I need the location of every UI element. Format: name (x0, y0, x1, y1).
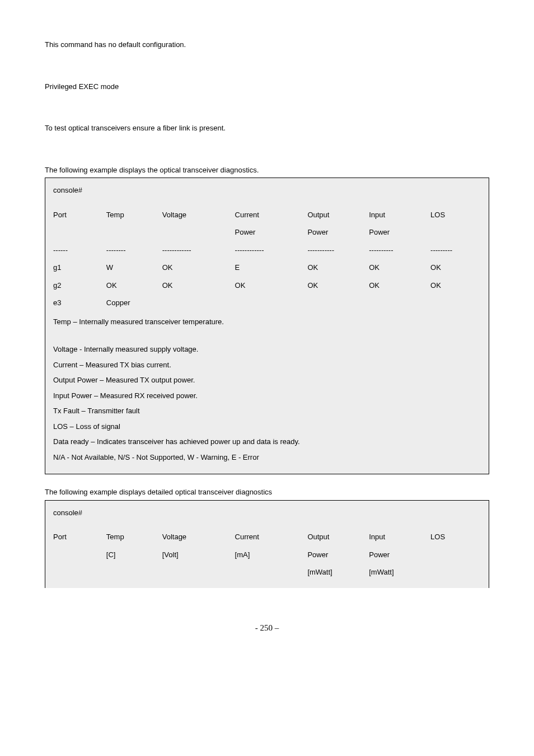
table-row: g1 W OK E OK OK OK (53, 259, 481, 277)
header-los: LOS (430, 528, 481, 546)
table-header-row: Port Temp Voltage Current Output Input L… (53, 206, 481, 224)
header-output-power: Power (307, 546, 369, 564)
command-mode-text: Privileged EXEC mode (45, 81, 489, 92)
header-output-power: Power (307, 223, 369, 241)
console-prompt: console# (53, 507, 481, 519)
legend-data-ready: Data ready – Indicates transceiver has a… (53, 436, 481, 447)
legend-voltage: Voltage - Internally measured supply vol… (53, 344, 481, 355)
header-input-unit: [mWatt] (369, 563, 430, 581)
legend-output-power: Output Power – Measured TX output power. (53, 375, 481, 386)
separator-row: ------ -------- ------------ -----------… (53, 241, 481, 259)
table-header-row2: Power Power Power (53, 223, 481, 241)
header-current: Current (235, 528, 308, 546)
table-row: g2 OK OK OK OK OK OK (53, 277, 481, 295)
user-guideline-text: To test optical transceivers ensure a fi… (45, 123, 489, 134)
legend-los: LOS – Loss of signal (53, 421, 481, 432)
example2-intro: The following example displays detailed … (45, 487, 489, 498)
console-output-box-2: console# Port Temp Voltage Current Outpu… (45, 500, 489, 588)
table-header-row2: [C] [Volt] [mA] Power Power (53, 546, 481, 564)
legend-tx-fault: Tx Fault – Transmitter fault (53, 405, 481, 417)
header-current-unit: [mA] (235, 546, 308, 564)
header-output: Output (307, 206, 369, 224)
table-header-row3: [mWatt] [mWatt] (53, 563, 481, 581)
header-input: Input (369, 528, 430, 546)
header-current: Current (235, 206, 308, 224)
legend-input-power: Input Power – Measured RX received power… (53, 390, 481, 402)
header-input: Input (369, 206, 430, 224)
console-output-box-1: console# Port Temp Voltage Current Outpu… (45, 178, 489, 474)
header-port: Port (53, 206, 106, 224)
legend-temp: Temp – Internally measured transceiver t… (53, 316, 481, 328)
legend-current: Current – Measured TX bias current. (53, 360, 481, 371)
header-current-power: Power (235, 223, 308, 241)
diagnostics-table-1: Port Temp Voltage Current Output Input L… (53, 206, 481, 312)
header-temp-unit: [C] (106, 546, 162, 564)
header-input-power: Power (369, 223, 430, 241)
legend-codes: N/A - Not Available, N/S - Not Supported… (53, 452, 481, 463)
console-prompt: console# (53, 185, 481, 196)
header-input-power: Power (369, 546, 430, 564)
default-config-text: This command has no default configuratio… (45, 39, 489, 50)
example1-intro: The following example displays the optic… (45, 165, 489, 176)
header-voltage-unit: [Volt] (162, 546, 235, 564)
table-row: e3 Copper (53, 294, 481, 312)
header-port: Port (53, 528, 106, 546)
header-temp: Temp (106, 206, 162, 224)
diagnostics-table-2: Port Temp Voltage Current Output Input L… (53, 528, 481, 581)
header-output: Output (307, 528, 369, 546)
header-voltage: Voltage (162, 528, 235, 546)
table-header-row: Port Temp Voltage Current Output Input L… (53, 528, 481, 546)
header-voltage: Voltage (162, 206, 235, 224)
header-los: LOS (430, 206, 481, 224)
header-temp: Temp (106, 528, 162, 546)
header-output-unit: [mWatt] (307, 563, 369, 581)
page-number: - 250 – (45, 622, 489, 634)
